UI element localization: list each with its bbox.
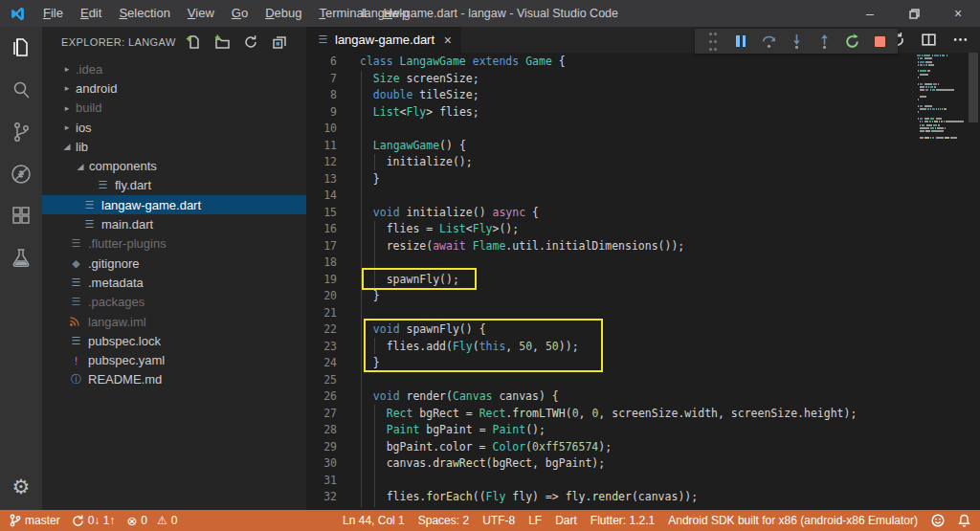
line-number[interactable]: 32 bbox=[306, 489, 337, 506]
line-number[interactable]: 25 bbox=[306, 372, 337, 389]
tree-item-components[interactable]: ◢components bbox=[42, 156, 306, 175]
code-line-8[interactable]: 8 double tileSize; bbox=[306, 87, 980, 104]
menu-file[interactable]: File bbox=[34, 0, 72, 27]
code-line-15[interactable]: 15 void initialize() async { bbox=[306, 205, 980, 222]
code-line-31[interactable]: 31 bbox=[306, 473, 980, 490]
code-line-27[interactable]: 27 Rect bgRect = Rect.fromLTWH(0, 0, scr… bbox=[306, 406, 980, 423]
line-number[interactable]: 26 bbox=[306, 388, 337, 406]
tree-item--idea[interactable]: ▸.idea bbox=[42, 59, 306, 78]
extensions-icon[interactable] bbox=[0, 195, 42, 237]
code-line-20[interactable]: 20 } bbox=[306, 288, 980, 305]
git-branch[interactable]: master bbox=[10, 514, 60, 527]
line-number[interactable]: 8 bbox=[306, 87, 337, 104]
tree-item-main-dart[interactable]: ☰main.dart bbox=[42, 214, 306, 233]
explorer-icon[interactable] bbox=[0, 27, 42, 69]
scrollbar-thumb[interactable] bbox=[969, 53, 978, 122]
menu-go[interactable]: Go bbox=[223, 0, 256, 27]
line-number[interactable]: 7 bbox=[306, 71, 337, 88]
tree-item-fly-dart[interactable]: ☰fly.dart bbox=[42, 176, 306, 195]
settings-gear-icon[interactable]: ⚙ bbox=[12, 476, 31, 498]
menu-debug[interactable]: Debug bbox=[256, 0, 310, 27]
tree-item-android[interactable]: ▸android bbox=[42, 78, 306, 98]
line-number[interactable]: 15 bbox=[306, 205, 337, 222]
code-line-6[interactable]: 6class LangawGame extends Game { bbox=[306, 54, 980, 71]
line-number[interactable]: 16 bbox=[306, 221, 337, 238]
tree-item-readme-md[interactable]: ⓘREADME.md bbox=[42, 370, 306, 389]
tree-item-langaw-iml[interactable]: langaw.iml bbox=[42, 312, 306, 331]
pause-icon[interactable] bbox=[730, 31, 751, 52]
code-line-10[interactable]: 10 bbox=[306, 121, 980, 138]
tree-item-pubspec-yaml[interactable]: !pubspec.yaml bbox=[42, 350, 306, 369]
code-line-16[interactable]: 16 flies = List<Fly>(); bbox=[306, 221, 980, 238]
drag-handle[interactable] bbox=[702, 31, 724, 52]
restore-button[interactable] bbox=[892, 0, 936, 27]
tree-item-lib[interactable]: ◢lib bbox=[42, 137, 306, 156]
line-number[interactable]: 9 bbox=[306, 104, 337, 122]
line-number[interactable]: 31 bbox=[306, 473, 337, 490]
tree-item--packages[interactable]: ☰.packages bbox=[42, 293, 306, 312]
refresh-icon[interactable] bbox=[243, 34, 258, 50]
stop-icon[interactable] bbox=[869, 31, 890, 52]
minimize-button[interactable]: – bbox=[848, 0, 892, 27]
code-line-12[interactable]: 12 initialize(); bbox=[306, 154, 980, 171]
line-number[interactable]: 17 bbox=[306, 238, 337, 255]
notifications-bell[interactable] bbox=[958, 514, 970, 527]
line-number[interactable]: 20 bbox=[306, 288, 337, 305]
step-into-icon[interactable] bbox=[786, 31, 807, 52]
line-number[interactable]: 13 bbox=[306, 171, 337, 188]
indentation[interactable]: Spaces: 2 bbox=[418, 514, 469, 527]
tree-item-ios[interactable]: ▸ios bbox=[42, 118, 306, 137]
tree-item--metadata[interactable]: ☰.metadata bbox=[42, 273, 306, 292]
tab-langaw-game-dart[interactable]: ☰ langaw-game.dart × bbox=[306, 27, 461, 53]
tree-item-langaw-game-dart[interactable]: ☰langaw-game.dart bbox=[42, 195, 306, 214]
menu-selection[interactable]: Selection bbox=[110, 0, 178, 27]
line-number[interactable]: 14 bbox=[306, 188, 337, 205]
new-file-icon[interactable] bbox=[186, 34, 201, 50]
test-flask-icon[interactable] bbox=[0, 237, 42, 279]
menu-view[interactable]: View bbox=[179, 0, 223, 27]
new-folder-icon[interactable] bbox=[214, 34, 230, 50]
close-button[interactable]: × bbox=[936, 0, 980, 27]
tree-item--flutter-plugins[interactable]: ☰.flutter-plugins bbox=[42, 234, 306, 254]
editor-scrollbar[interactable] bbox=[967, 53, 980, 510]
source-control-icon[interactable] bbox=[0, 111, 42, 153]
tree-item-build[interactable]: ▸build bbox=[42, 99, 306, 118]
restart-icon[interactable] bbox=[841, 31, 862, 52]
more-actions-icon[interactable] bbox=[952, 32, 969, 48]
line-number[interactable]: 29 bbox=[306, 439, 337, 456]
encoding[interactable]: UTF-8 bbox=[482, 514, 515, 527]
line-number[interactable]: 10 bbox=[306, 121, 337, 138]
eol[interactable]: LF bbox=[528, 514, 542, 527]
feedback-smiley[interactable] bbox=[931, 514, 945, 527]
code-line-32[interactable]: 32 flies.forEach((Fly fly) => fly.render… bbox=[306, 489, 980, 506]
code-line-30[interactable]: 30 canvas.drawRect(bgRect, bgPaint); bbox=[306, 455, 980, 473]
tree-item--gitignore[interactable]: ◆.gitignore bbox=[42, 254, 306, 273]
split-editor-icon[interactable] bbox=[921, 32, 937, 48]
git-sync[interactable]: 0↓ 1↑ bbox=[72, 514, 116, 527]
line-number[interactable]: 23 bbox=[306, 339, 337, 356]
code-line-29[interactable]: 29 bgPaint.color = Color(0xff576574); bbox=[306, 439, 980, 456]
minimap[interactable] bbox=[917, 55, 965, 140]
code-line-17[interactable]: 17 resize(await Flame.util.initialDimens… bbox=[306, 238, 980, 255]
code-line-14[interactable]: 14 bbox=[306, 188, 980, 205]
device-selector[interactable]: Android SDK built for x86 (android-x86 E… bbox=[668, 514, 918, 527]
debug-icon[interactable] bbox=[0, 153, 42, 195]
cursor-position[interactable]: Ln 44, Col 1 bbox=[343, 514, 405, 527]
code-line-25[interactable]: 25 bbox=[306, 372, 980, 389]
flutter-version[interactable]: Flutter: 1.2.1 bbox=[590, 514, 655, 527]
code-line-11[interactable]: 11 LangawGame() { bbox=[306, 138, 980, 155]
code-line-28[interactable]: 28 Paint bgPaint = Paint(); bbox=[306, 422, 980, 439]
line-number[interactable]: 21 bbox=[306, 305, 337, 322]
line-number[interactable]: 18 bbox=[306, 254, 337, 272]
line-number[interactable]: 27 bbox=[306, 406, 337, 423]
language-mode[interactable]: Dart bbox=[555, 514, 577, 527]
line-number[interactable]: 6 bbox=[306, 54, 337, 71]
line-number[interactable]: 11 bbox=[306, 138, 337, 155]
search-icon[interactable] bbox=[0, 69, 42, 111]
code-editor[interactable]: 6class LangawGame extends Game {7 Size s… bbox=[306, 53, 980, 510]
step-out-icon[interactable] bbox=[813, 31, 835, 52]
line-number[interactable]: 19 bbox=[306, 272, 337, 289]
tree-item-pubspec-lock[interactable]: ☰pubspec.lock bbox=[42, 331, 306, 350]
step-over-icon[interactable] bbox=[758, 31, 779, 52]
menu-edit[interactable]: Edit bbox=[72, 0, 110, 27]
